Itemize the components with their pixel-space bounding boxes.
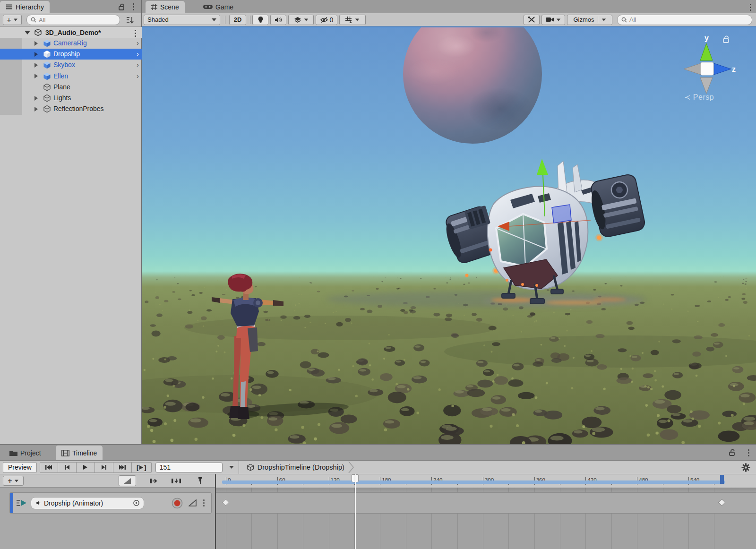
scene-foldout-arrow[interactable] bbox=[25, 31, 30, 34]
scene-lighting-toggle[interactable] bbox=[252, 15, 268, 25]
scene-search-input[interactable]: All bbox=[617, 15, 752, 25]
track-name-field[interactable]: Dropship (Animator) bbox=[31, 497, 144, 509]
breadcrumb[interactable]: DropshipTimeline (Dropship) bbox=[247, 461, 354, 474]
transform-gizmo[interactable] bbox=[482, 150, 605, 235]
scene-search-icon bbox=[621, 17, 627, 23]
hierarchy-item-label: Lights bbox=[53, 94, 71, 102]
gizmo-plane-handle[interactable] bbox=[552, 205, 571, 223]
tab-timeline-label: Timeline bbox=[72, 449, 97, 457]
timeline-end-marker[interactable] bbox=[720, 475, 724, 484]
gizmos-dropdown[interactable]: Gizmos bbox=[567, 15, 612, 25]
tab-scene[interactable]: Scene bbox=[146, 1, 185, 13]
hierarchy-item-skybox[interactable]: Skybox› bbox=[0, 60, 142, 70]
expand-arrow-icon[interactable] bbox=[34, 41, 38, 46]
scene-debug-tools-button[interactable] bbox=[524, 15, 540, 25]
track-kebab-menu-icon[interactable] bbox=[203, 499, 205, 506]
hierarchy-search-value: All bbox=[39, 17, 45, 24]
scene-camera-dropdown[interactable] bbox=[541, 15, 565, 25]
grid-snap-dropdown[interactable] bbox=[339, 15, 366, 25]
frame-options-dropdown[interactable] bbox=[229, 466, 234, 469]
prefab-open-chevron-icon[interactable]: › bbox=[137, 60, 139, 69]
prefab-open-chevron-icon[interactable]: › bbox=[137, 39, 139, 47]
axis-center-cube[interactable] bbox=[701, 62, 713, 75]
hierarchy-item-reflectionprobes[interactable]: ReflectionProbes bbox=[0, 103, 142, 114]
expand-arrow-icon[interactable] bbox=[34, 107, 38, 112]
sort-order-icon[interactable] bbox=[126, 16, 134, 24]
next-frame-button[interactable] bbox=[95, 462, 113, 473]
object-picker-icon[interactable] bbox=[133, 499, 140, 506]
add-object-button[interactable]: + bbox=[3, 15, 22, 25]
grid-snap-icon bbox=[345, 17, 352, 23]
tab-timeline[interactable]: Timeline bbox=[56, 446, 103, 460]
ellen-character[interactable] bbox=[203, 270, 373, 426]
hierarchy-item-lights[interactable]: Lights bbox=[0, 93, 142, 103]
tab-game[interactable]: Game bbox=[198, 1, 239, 13]
hierarchy-list-icon bbox=[6, 4, 13, 10]
clip-edit-mode-ripple[interactable] bbox=[166, 475, 186, 486]
add-track-button[interactable]: + bbox=[3, 476, 24, 486]
2d-toggle-button[interactable]: 2D bbox=[229, 15, 246, 25]
gizmo-x-arrow[interactable] bbox=[498, 222, 509, 231]
hierarchy-search-input[interactable]: All bbox=[26, 15, 120, 25]
scene-viewport[interactable]: y z ≺ Persp bbox=[142, 26, 756, 444]
expand-arrow-icon[interactable] bbox=[34, 52, 38, 57]
tab-game-label: Game bbox=[215, 3, 233, 11]
hierarchy-item-plane[interactable]: Plane bbox=[0, 82, 142, 93]
axis-neg-y-cone[interactable] bbox=[700, 77, 713, 94]
goto-start-button[interactable] bbox=[40, 462, 58, 473]
scene-header-row[interactable]: 3D_Audio_Demo* bbox=[0, 27, 142, 38]
play-icon bbox=[83, 465, 87, 470]
scene-view-kebab-menu-icon[interactable] bbox=[750, 4, 751, 11]
expand-arrow-icon[interactable] bbox=[34, 74, 38, 78]
hierarchy-item-label: Ellen bbox=[53, 72, 68, 80]
speaker-icon bbox=[275, 17, 282, 23]
projection-label[interactable]: ≺ Persp bbox=[684, 93, 714, 102]
lock-icon[interactable] bbox=[118, 3, 126, 10]
scene-visibility-toggle[interactable]: 0 bbox=[316, 15, 337, 25]
axis-neg-z-cone[interactable] bbox=[684, 63, 701, 75]
animator-track-header[interactable]: Dropship (Animator) bbox=[9, 492, 212, 514]
frame-number-input[interactable]: 151 bbox=[155, 463, 223, 472]
goto-end-button[interactable] bbox=[113, 462, 132, 473]
axis-orientation-gizmo[interactable]: y z bbox=[678, 33, 737, 99]
viewport-lock-icon[interactable] bbox=[722, 35, 730, 43]
hierarchy-item-camerarig[interactable]: CameraRig› bbox=[0, 38, 142, 49]
timeline-range-bar[interactable] bbox=[222, 480, 725, 484]
gizmo-y-arrow[interactable] bbox=[537, 159, 548, 175]
hierarchy-item-ellen[interactable]: Ellen› bbox=[0, 71, 142, 82]
camera-icon bbox=[546, 17, 554, 22]
timeline-lock-icon[interactable] bbox=[729, 449, 736, 456]
hierarchy-item-dropship[interactable]: Dropship› bbox=[0, 49, 142, 60]
preview-toggle-button[interactable]: Preview bbox=[3, 462, 37, 473]
previous-frame-button[interactable] bbox=[58, 462, 77, 473]
axis-z-cone[interactable] bbox=[714, 63, 731, 75]
scene-effects-dropdown[interactable] bbox=[288, 15, 314, 25]
animator-track-lane[interactable] bbox=[215, 492, 756, 514]
axis-y-cone[interactable] bbox=[700, 43, 713, 60]
scene-kebab-menu-icon[interactable] bbox=[135, 30, 136, 37]
timeline-header-divider[interactable] bbox=[215, 474, 216, 549]
breadcrumb-label: DropshipTimeline (Dropship) bbox=[258, 463, 344, 471]
prefab-open-chevron-icon[interactable]: › bbox=[137, 50, 139, 58]
timeline-kebab-menu-icon[interactable] bbox=[748, 449, 749, 456]
hierarchy-kebab-menu-icon[interactable] bbox=[133, 3, 134, 10]
expand-arrow-icon[interactable] bbox=[34, 96, 38, 101]
tab-hierarchy[interactable]: Hierarchy bbox=[0, 1, 50, 13]
clip-edit-mode-mix[interactable] bbox=[146, 475, 162, 486]
tools-icon bbox=[528, 16, 535, 23]
tab-project[interactable]: Project bbox=[4, 446, 47, 460]
curves-view-toggle[interactable] bbox=[119, 475, 136, 486]
expand-arrow-icon[interactable] bbox=[34, 63, 38, 68]
record-toggle-button[interactable] bbox=[172, 498, 183, 509]
play-range-button[interactable]: [ ] bbox=[132, 462, 152, 473]
play-button[interactable] bbox=[77, 462, 95, 473]
track-curves-button[interactable] bbox=[189, 499, 197, 506]
curves-icon bbox=[124, 478, 131, 484]
scene-audio-toggle[interactable] bbox=[270, 15, 286, 25]
marker-pin-toggle[interactable] bbox=[193, 475, 208, 486]
scene-toolbar: Shaded 2D bbox=[142, 13, 756, 26]
prefab-open-chevron-icon[interactable]: › bbox=[137, 72, 139, 80]
timeline-settings-gear-icon[interactable] bbox=[741, 463, 750, 472]
search-icon bbox=[31, 17, 36, 23]
shading-mode-dropdown[interactable]: Shaded bbox=[144, 15, 220, 25]
